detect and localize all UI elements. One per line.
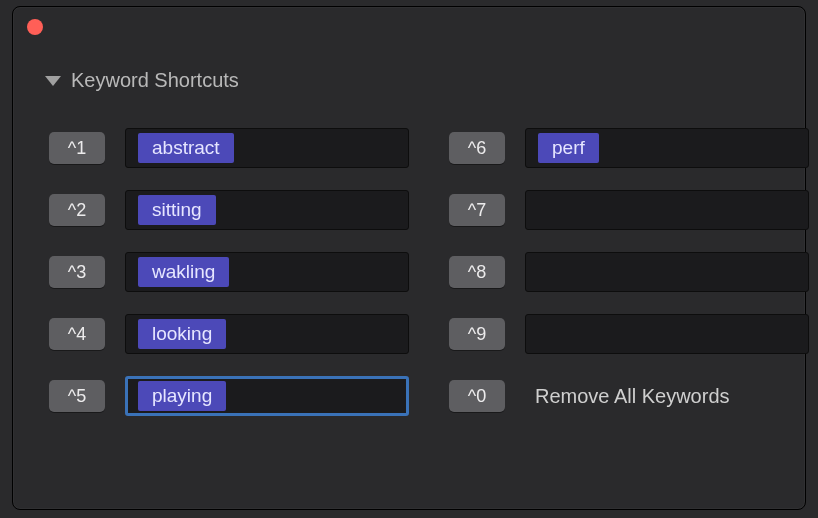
keyword-field-5[interactable]: playing bbox=[125, 376, 409, 416]
disclosure-triangle-icon[interactable] bbox=[45, 76, 61, 86]
shortcut-key-5[interactable]: ^5 bbox=[49, 380, 105, 412]
keyword-field-6[interactable]: perf bbox=[525, 128, 809, 168]
shortcut-row-0: ^0 Remove All Keywords bbox=[449, 376, 809, 416]
keyword-field-3[interactable]: wakling bbox=[125, 252, 409, 292]
keyword-tag[interactable]: perf bbox=[538, 133, 599, 163]
shortcut-key-3[interactable]: ^3 bbox=[49, 256, 105, 288]
keyword-shortcuts-panel: Keyword Shortcuts ^1 abstract ^6 perf ^2 bbox=[12, 6, 806, 510]
keyword-field-7[interactable] bbox=[525, 190, 809, 230]
shortcut-row-2: ^2 sitting bbox=[49, 190, 409, 230]
keyword-field-9[interactable] bbox=[525, 314, 809, 354]
shortcut-row-1: ^1 abstract bbox=[49, 128, 409, 168]
shortcut-key-9[interactable]: ^9 bbox=[449, 318, 505, 350]
shortcut-key-1[interactable]: ^1 bbox=[49, 132, 105, 164]
keyword-tag[interactable]: abstract bbox=[138, 133, 234, 163]
shortcut-row-7: ^7 bbox=[449, 190, 809, 230]
keyword-tag[interactable]: looking bbox=[138, 319, 226, 349]
shortcut-row-6: ^6 perf bbox=[449, 128, 809, 168]
section-title: Keyword Shortcuts bbox=[71, 69, 239, 92]
shortcut-key-6[interactable]: ^6 bbox=[449, 132, 505, 164]
shortcut-key-2[interactable]: ^2 bbox=[49, 194, 105, 226]
shortcut-row-9: ^9 bbox=[449, 314, 809, 354]
keyword-field-1[interactable]: abstract bbox=[125, 128, 409, 168]
keyword-field-4[interactable]: looking bbox=[125, 314, 409, 354]
shortcut-key-8[interactable]: ^8 bbox=[449, 256, 505, 288]
section-header[interactable]: Keyword Shortcuts bbox=[41, 69, 805, 92]
title-bar bbox=[13, 7, 805, 47]
shortcut-row-4: ^4 looking bbox=[49, 314, 409, 354]
shortcut-key-4[interactable]: ^4 bbox=[49, 318, 105, 350]
keyword-field-2[interactable]: sitting bbox=[125, 190, 409, 230]
shortcut-row-8: ^8 bbox=[449, 252, 809, 292]
keyword-tag[interactable]: sitting bbox=[138, 195, 216, 225]
shortcut-key-7[interactable]: ^7 bbox=[449, 194, 505, 226]
shortcuts-grid: ^1 abstract ^6 perf ^2 sitting ^ bbox=[49, 128, 805, 416]
shortcut-row-3: ^3 wakling bbox=[49, 252, 409, 292]
shortcut-row-5: ^5 playing bbox=[49, 376, 409, 416]
keyword-tag[interactable]: playing bbox=[138, 381, 226, 411]
keyword-tag[interactable]: wakling bbox=[138, 257, 229, 287]
remove-all-keywords-label[interactable]: Remove All Keywords bbox=[535, 385, 730, 408]
shortcut-key-0[interactable]: ^0 bbox=[449, 380, 505, 412]
keyword-field-8[interactable] bbox=[525, 252, 809, 292]
close-icon[interactable] bbox=[27, 19, 43, 35]
